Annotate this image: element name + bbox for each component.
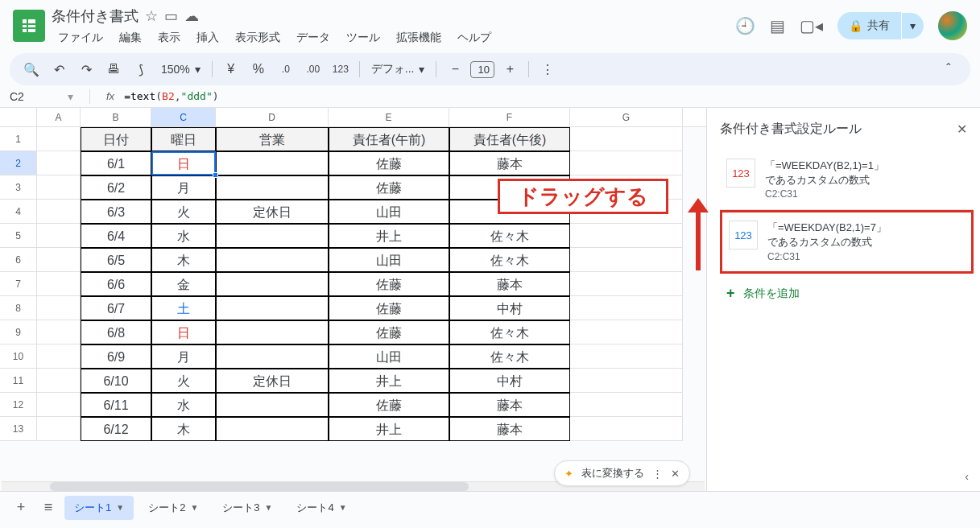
cell[interactable] xyxy=(37,175,81,200)
cell[interactable] xyxy=(216,272,329,296)
cell[interactable] xyxy=(37,369,81,393)
row-header[interactable]: 11 xyxy=(0,369,37,393)
cell[interactable]: 佐藤 xyxy=(329,151,449,175)
row-header[interactable]: 8 xyxy=(0,296,37,320)
col-header[interactable]: B xyxy=(81,108,151,126)
cell[interactable] xyxy=(570,320,683,344)
add-sheet-icon[interactable]: + xyxy=(10,497,32,519)
cell[interactable] xyxy=(37,296,81,320)
cell[interactable] xyxy=(216,175,329,200)
horizontal-scrollbar-thumb[interactable] xyxy=(50,482,469,491)
cell[interactable] xyxy=(570,127,683,151)
cell[interactable]: 中村 xyxy=(449,369,570,393)
cell[interactable] xyxy=(37,272,81,296)
cell[interactable]: 井上 xyxy=(329,224,449,248)
cell[interactable]: 6/9 xyxy=(81,344,151,369)
more-formats-icon[interactable]: 123 xyxy=(329,57,353,81)
fill-handle[interactable] xyxy=(213,172,218,178)
cell[interactable]: 佐々木 xyxy=(449,320,570,344)
zoom-select[interactable]: 150% ▾ xyxy=(156,63,205,76)
menu-item[interactable]: 編集 xyxy=(113,27,148,48)
print-icon[interactable]: 🖶 xyxy=(101,57,126,81)
cell[interactable]: 藤本 xyxy=(449,417,570,441)
cell[interactable]: 水 xyxy=(151,393,216,417)
cell[interactable]: 佐藤 xyxy=(329,393,449,417)
comment-icon[interactable]: ▤ xyxy=(770,16,785,35)
cell[interactable]: 6/8 xyxy=(81,320,151,344)
sheet-tab[interactable]: シート1 ▼ xyxy=(64,496,134,520)
more-icon[interactable]: ⋮ xyxy=(652,468,663,480)
cell[interactable]: 6/5 xyxy=(81,248,151,272)
cell[interactable]: 6/3 xyxy=(81,200,151,224)
col-header[interactable]: G xyxy=(570,108,683,126)
cell[interactable]: 月 xyxy=(151,175,216,200)
more-toolbar-icon[interactable]: ⋮ xyxy=(535,57,560,81)
cell[interactable] xyxy=(37,417,81,441)
cell[interactable]: 中村 xyxy=(449,296,570,320)
tab-menu-icon[interactable]: ▼ xyxy=(265,503,273,512)
history-icon[interactable]: 🕘 xyxy=(735,16,755,35)
cell[interactable] xyxy=(570,344,683,369)
row-header[interactable]: 7 xyxy=(0,272,37,296)
cell[interactable] xyxy=(37,320,81,344)
cell[interactable] xyxy=(37,151,81,175)
cell[interactable]: 井上 xyxy=(329,417,449,441)
cell[interactable] xyxy=(570,224,683,248)
move-icon[interactable]: ▭ xyxy=(164,7,178,25)
cell[interactable]: 責任者(午後) xyxy=(449,127,570,151)
cell[interactable] xyxy=(570,272,683,296)
cell[interactable]: 山田 xyxy=(329,200,449,224)
cell[interactable] xyxy=(37,127,81,151)
menu-item[interactable]: ツール xyxy=(340,27,387,48)
tab-menu-icon[interactable]: ▼ xyxy=(339,503,347,512)
percent-icon[interactable]: % xyxy=(246,57,271,81)
cell[interactable] xyxy=(216,248,329,272)
menu-item[interactable]: 表示形式 xyxy=(229,27,287,48)
search-menus-icon[interactable]: 🔍 xyxy=(19,57,43,81)
decrease-decimal-icon[interactable]: .0 xyxy=(274,57,298,81)
font-decrease-icon[interactable]: − xyxy=(443,57,467,81)
undo-icon[interactable]: ↶ xyxy=(47,57,71,81)
spreadsheet-grid[interactable]: A B C D E F G 1日付曜日営業責任者(午前)責任者(午後)26/1日… xyxy=(0,108,706,491)
convert-to-table-pill[interactable]: ✦ 表に変換する ⋮ ✕ xyxy=(554,460,690,486)
cell[interactable]: 責任者(午前) xyxy=(329,127,449,151)
close-icon[interactable]: ✕ xyxy=(671,468,680,480)
font-size-input[interactable]: 10 xyxy=(470,61,494,78)
cell[interactable] xyxy=(37,344,81,369)
collapse-toolbar-icon[interactable]: ˆ xyxy=(937,57,961,81)
font-increase-icon[interactable]: + xyxy=(498,57,522,81)
tab-menu-icon[interactable]: ▼ xyxy=(116,503,124,512)
cell[interactable] xyxy=(570,369,683,393)
menu-item[interactable]: データ xyxy=(290,27,337,48)
cell[interactable]: 6/6 xyxy=(81,272,151,296)
cell[interactable]: 佐藤 xyxy=(329,272,449,296)
cell[interactable]: 水 xyxy=(151,224,216,248)
menu-item[interactable]: 挿入 xyxy=(190,27,225,48)
cell[interactable]: 火 xyxy=(151,369,216,393)
cell[interactable]: 藤本 xyxy=(449,393,570,417)
row-header[interactable]: 12 xyxy=(0,393,37,417)
cell[interactable]: 月 xyxy=(151,344,216,369)
redo-icon[interactable]: ↷ xyxy=(74,57,98,81)
cell[interactable]: 6/7 xyxy=(81,296,151,320)
cell[interactable]: 6/4 xyxy=(81,224,151,248)
cell[interactable]: 藤本 xyxy=(449,151,570,175)
all-sheets-icon[interactable]: ≡ xyxy=(37,497,60,519)
row-header[interactable]: 1 xyxy=(0,127,37,151)
tab-menu-icon[interactable]: ▼ xyxy=(190,503,198,512)
menu-item[interactable]: 拡張機能 xyxy=(390,27,448,48)
row-header[interactable]: 6 xyxy=(0,248,37,272)
sheet-tab[interactable]: シート4 ▼ xyxy=(287,496,356,520)
cell[interactable]: 山田 xyxy=(329,248,449,272)
increase-decimal-icon[interactable]: .00 xyxy=(301,57,325,81)
cell[interactable] xyxy=(570,151,683,175)
share-dropdown[interactable]: ▾ xyxy=(902,13,924,39)
row-header[interactable]: 3 xyxy=(0,175,37,200)
cell[interactable]: 6/11 xyxy=(81,393,151,417)
currency-icon[interactable]: ¥ xyxy=(219,57,243,81)
cell[interactable]: 木 xyxy=(151,417,216,441)
cell[interactable] xyxy=(570,393,683,417)
sidebar-expand-icon[interactable]: ‹ xyxy=(965,470,969,483)
cell[interactable]: 定休日 xyxy=(216,369,329,393)
account-avatar[interactable] xyxy=(938,11,967,40)
